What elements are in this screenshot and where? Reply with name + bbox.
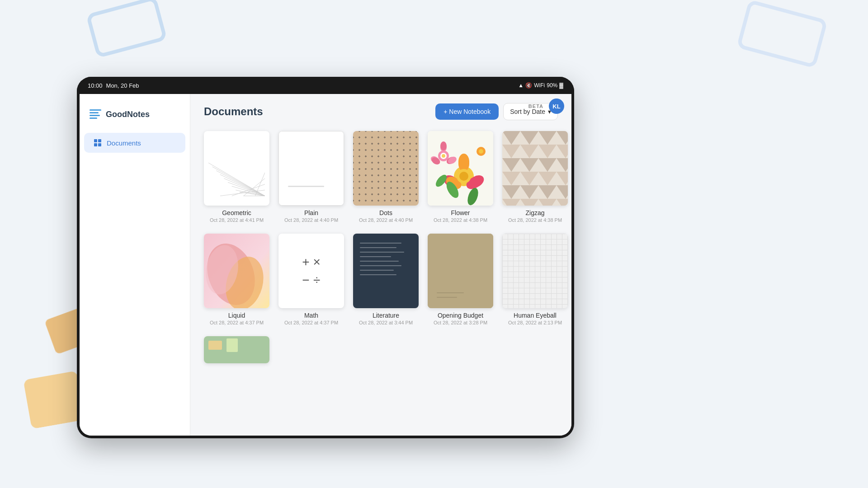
- svg-rect-83: [226, 338, 238, 352]
- svg-rect-4: [94, 139, 97, 142]
- svg-rect-80: [437, 297, 457, 298]
- flower-svg: [428, 131, 493, 206]
- svg-rect-2: [90, 115, 100, 116]
- notebook-cover-dots: [353, 131, 419, 206]
- notebook-literature[interactable]: Literature Oct 28, 2022 at 3:44 PM: [353, 234, 419, 325]
- notebook-eyeball[interactable]: Human Eyeball Oct 28, 2022 at 2:13 PM: [502, 234, 568, 325]
- svg-rect-0: [90, 109, 101, 111]
- svg-rect-1: [90, 112, 99, 113]
- notebook-cover-eyeball: [502, 234, 568, 308]
- sidebar: GoodNotes Documents: [80, 94, 190, 436]
- svg-rect-5: [98, 139, 101, 142]
- notebook-name-eyeball: Human Eyeball: [514, 312, 557, 319]
- logo-icon: [89, 108, 102, 121]
- header-top-right: BETA KL: [528, 99, 564, 114]
- notebook-name-liquid: Liquid: [228, 312, 245, 319]
- liquid-svg: [204, 234, 269, 308]
- main-content: BETA KL Documents + New Notebook Sort by…: [190, 94, 571, 436]
- deco-shape-topright: [736, 0, 828, 68]
- notebooks-grid-2: Liquid Oct 28, 2022 at 4:37 PM + × − ÷: [204, 234, 558, 325]
- mute-icon: 🔇: [525, 82, 532, 89]
- notebook-date-literature: Oct 28, 2022 at 3:44 PM: [359, 320, 413, 325]
- notebook-geometric[interactable]: Geometric Oct 28, 2022 at 4:41 PM: [204, 131, 269, 223]
- notebook-cover-row3-1: [204, 336, 269, 363]
- notebook-name-literature: Literature: [373, 312, 399, 319]
- dots-pattern: [353, 131, 419, 206]
- status-left: 10:00 Mon, 20 Feb: [88, 82, 139, 89]
- notebook-name-geometric: Geometric: [222, 209, 251, 216]
- svg-point-34: [459, 172, 468, 181]
- notebook-cover-math: + × − ÷: [278, 234, 344, 308]
- notebook-name-plain: Plain: [304, 209, 318, 216]
- notebook-row3-item1[interactable]: [204, 336, 269, 367]
- notebook-cover-flower: [428, 131, 493, 206]
- battery-icon: ▓: [559, 82, 563, 89]
- status-bar: 10:00 Mon, 20 Feb ▲ 🔇 WiFi 90% ▓: [77, 77, 574, 94]
- notebook-cover-zigzag: zigzag: [502, 131, 568, 206]
- svg-rect-8: [208, 131, 265, 196]
- deco-shape-topleft: [86, 0, 167, 58]
- screen: GoodNotes Documents BETA KL Doc: [80, 94, 571, 436]
- notebook-cover-liquid: [204, 234, 269, 308]
- notebook-date-plain: Oct 28, 2022 at 4:40 PM: [284, 217, 338, 223]
- svg-rect-23: [279, 131, 344, 206]
- notebook-name-budget: Opening Budget: [438, 312, 483, 319]
- svg-point-45: [479, 149, 483, 154]
- plain-svg: [279, 131, 344, 206]
- notebook-date-flower: Oct 28, 2022 at 4:38 PM: [434, 217, 487, 223]
- new-notebook-button[interactable]: + New Notebook: [435, 103, 499, 120]
- date-display: Mon, 20 Feb: [106, 82, 139, 89]
- page-title: Documents: [204, 105, 263, 118]
- notebook-date-dots: Oct 28, 2022 at 4:40 PM: [359, 217, 413, 223]
- budget-svg: [428, 234, 493, 308]
- notebooks-grid-1: Geometric Oct 28, 2022 at 4:41 PM Plain: [204, 131, 558, 223]
- logo-area: GoodNotes: [80, 103, 190, 132]
- sidebar-item-documents[interactable]: Documents: [84, 133, 185, 153]
- beta-badge: BETA: [528, 103, 543, 109]
- notebook-budget[interactable]: Opening Budget Oct 28, 2022 at 3:28 PM: [428, 234, 493, 325]
- notebook-date-eyeball: Oct 28, 2022 at 2:13 PM: [508, 320, 562, 325]
- notebook-cover-plain: [278, 131, 344, 206]
- notebook-date-zigzag: Oct 28, 2022 at 4:38 PM: [508, 217, 562, 223]
- battery-display: 90%: [547, 82, 557, 89]
- wifi-icon: WiFi: [534, 82, 545, 89]
- notebook-date-budget: Oct 28, 2022 at 3:28 PM: [434, 320, 487, 325]
- app-name: GoodNotes: [106, 110, 150, 119]
- zigzag-svg: zigzag: [502, 131, 568, 206]
- notebook-name-flower: Flower: [451, 209, 470, 216]
- svg-point-30: [458, 154, 469, 170]
- notebook-cover-budget: [428, 234, 493, 308]
- notebook-date-geometric: Oct 28, 2022 at 4:41 PM: [210, 217, 264, 223]
- notebook-dots[interactable]: Dots Oct 28, 2022 at 4:40 PM: [353, 131, 419, 223]
- svg-point-39: [440, 141, 447, 150]
- grid-pattern: [502, 234, 568, 308]
- main-header: Documents + New Notebook Sort by Date ▾: [204, 103, 558, 120]
- row3-svg: [204, 336, 269, 363]
- svg-rect-24: [288, 186, 324, 187]
- tablet-frame: 10:00 Mon, 20 Feb ▲ 🔇 WiFi 90% ▓ GoodNot…: [77, 77, 574, 438]
- notebook-plain[interactable]: Plain Oct 28, 2022 at 4:40 PM: [278, 131, 344, 223]
- notebook-zigzag[interactable]: zigzag: [502, 131, 568, 223]
- notebook-name-zigzag: Zigzag: [525, 209, 544, 216]
- geometric-svg: [208, 131, 265, 201]
- svg-point-43: [442, 154, 445, 158]
- notebook-cover-geometric: [204, 131, 269, 206]
- svg-rect-6: [94, 143, 97, 146]
- user-avatar[interactable]: KL: [549, 99, 564, 114]
- notebook-math[interactable]: + × − ÷ Math Oct 28, 2022 at 4:37 PM: [278, 234, 344, 325]
- deco-shape-bottomleft: [23, 371, 85, 429]
- math-symbols: + × − ÷: [302, 255, 321, 287]
- documents-label: Documents: [107, 139, 141, 147]
- time-display: 10:00: [88, 82, 103, 89]
- notebooks-grid-3: [204, 336, 558, 367]
- svg-rect-7: [98, 143, 101, 146]
- svg-rect-3: [90, 117, 97, 119]
- notebook-date-liquid: Oct 28, 2022 at 4:37 PM: [210, 320, 264, 325]
- notebook-flower[interactable]: Flower Oct 28, 2022 at 4:38 PM: [428, 131, 493, 223]
- lit-lines: [353, 234, 419, 288]
- notebook-liquid[interactable]: Liquid Oct 28, 2022 at 4:37 PM: [204, 234, 269, 325]
- documents-grid-icon: [93, 138, 102, 147]
- notebook-date-math: Oct 28, 2022 at 4:37 PM: [284, 320, 338, 325]
- notebook-name-math: Math: [304, 312, 318, 319]
- notebook-name-dots: Dots: [379, 209, 392, 216]
